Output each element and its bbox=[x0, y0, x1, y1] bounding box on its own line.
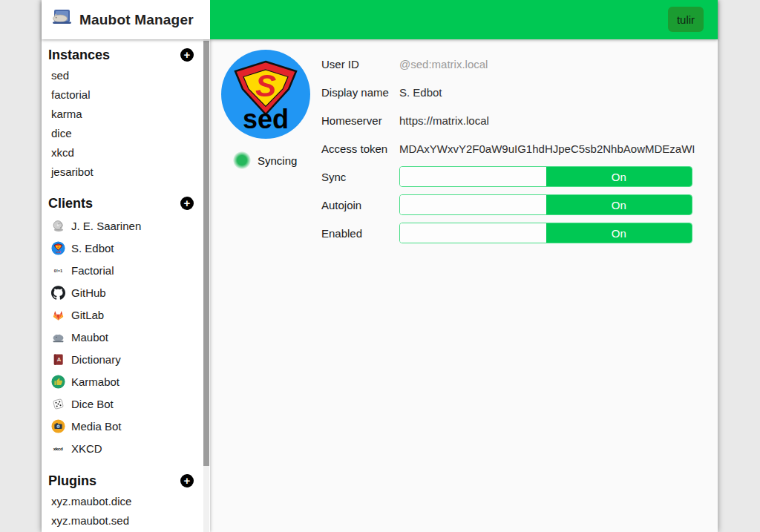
toggle-off-half[interactable] bbox=[400, 167, 546, 186]
plus-icon: + bbox=[184, 475, 191, 486]
sidebar-item-instance[interactable]: karma bbox=[48, 105, 210, 124]
sidebar-item-instance[interactable]: factorial bbox=[48, 85, 210, 105]
svg-text:A: A bbox=[56, 355, 61, 362]
client-detail-panel: S sed Syncing User ID @sed:matrix.local … bbox=[210, 39, 718, 532]
factorial-text-avatar-icon: 0!=1 bbox=[50, 263, 65, 278]
github-octocat-icon bbox=[50, 285, 65, 300]
toggle-row-autojoin: Autojoin On bbox=[321, 191, 718, 219]
sidebar-item-plugin[interactable]: xyz.maubot.sed bbox=[48, 511, 210, 531]
client-label: Dice Bot bbox=[71, 398, 114, 410]
client-label: J. E. Saarinen bbox=[71, 220, 141, 232]
toggle-off-half[interactable] bbox=[400, 195, 546, 214]
add-client-button[interactable]: + bbox=[180, 197, 194, 210]
svg-text:sed: sed bbox=[56, 251, 60, 254]
access-token-value[interactable]: MDAxYWxvY2F0aW9uIG1hdHJpeC5sb2NhbAowMDEz… bbox=[399, 142, 695, 155]
sidebar-item-client[interactable]: Karmabot bbox=[48, 370, 210, 393]
user-id-value: @sed:matrix.local bbox=[399, 58, 488, 70]
autojoin-toggle[interactable]: On bbox=[399, 194, 692, 215]
enabled-toggle[interactable]: On bbox=[399, 223, 692, 243]
client-label: GitHub bbox=[71, 286, 106, 299]
sidebar-section-plugins: Plugins + xyz.maubot.dice xyz.maubot.sed bbox=[48, 473, 210, 531]
status-label: Syncing bbox=[258, 154, 297, 167]
app-header: Maubot Manager tulir bbox=[42, 0, 718, 39]
dice-icon bbox=[50, 396, 65, 411]
user-menu-button[interactable]: tulir bbox=[668, 7, 704, 32]
sidebar-scrollbar[interactable] bbox=[203, 39, 209, 532]
plus-icon: + bbox=[184, 197, 191, 208]
app-window: Maubot Manager tulir Instances + sed fac… bbox=[42, 0, 718, 532]
camera-icon bbox=[50, 418, 65, 433]
client-label: GitLab bbox=[71, 309, 104, 321]
sidebar-item-client[interactable]: xkcd XKCD bbox=[48, 437, 210, 459]
sidebar-item-client[interactable]: GitHub bbox=[48, 281, 210, 303]
field-label: Display name bbox=[321, 86, 399, 99]
sidebar-item-instance[interactable]: sed bbox=[48, 66, 210, 85]
section-title-clients: Clients bbox=[48, 196, 93, 211]
field-label: Access token bbox=[321, 142, 399, 155]
toggle-on-half[interactable]: On bbox=[546, 195, 692, 214]
field-label: User ID bbox=[321, 58, 399, 70]
toggle-label: Sync bbox=[321, 171, 399, 183]
snail-avatar-icon bbox=[50, 218, 65, 233]
toggle-row-enabled: Enabled On bbox=[321, 219, 718, 247]
svg-text:S: S bbox=[56, 245, 59, 249]
toggle-label: Autojoin bbox=[321, 199, 399, 211]
client-label: XKCD bbox=[71, 442, 102, 455]
sync-toggle[interactable]: On bbox=[399, 166, 692, 187]
sidebar: Instances + sed factorial karma dice xkc… bbox=[42, 39, 210, 532]
maubot-cat-laptop-icon bbox=[50, 8, 73, 31]
section-title-plugins: Plugins bbox=[48, 473, 96, 489]
superman-shield-icon: S sed bbox=[221, 50, 310, 139]
svg-text:sed: sed bbox=[243, 104, 289, 134]
sidebar-item-client[interactable]: A Dictionary bbox=[48, 348, 210, 370]
client-label: Maubot bbox=[71, 331, 108, 344]
client-label: Karmabot bbox=[71, 375, 119, 388]
app-header-brand: Maubot Manager bbox=[42, 0, 210, 39]
field-row-user-id: User ID @sed:matrix.local bbox=[321, 50, 718, 78]
client-status: Syncing bbox=[233, 151, 297, 169]
toggle-on-half[interactable]: On bbox=[546, 167, 692, 186]
sidebar-item-client[interactable]: S sed S. Edbot bbox=[48, 237, 210, 259]
toggle-on-half[interactable]: On bbox=[546, 223, 692, 243]
green-status-dot-icon bbox=[233, 151, 251, 169]
client-avatar: S sed bbox=[221, 50, 310, 139]
plus-icon: + bbox=[184, 49, 191, 60]
client-label: Media Bot bbox=[71, 420, 122, 433]
field-row-homeserver: Homeserver https://matrix.local bbox=[321, 106, 718, 134]
sidebar-item-client[interactable]: 0!=1 Factorial bbox=[48, 259, 210, 281]
sidebar-item-plugin[interactable]: xyz.maubot.dice bbox=[48, 492, 210, 511]
sidebar-item-instance[interactable]: jesaribot bbox=[48, 162, 210, 182]
field-row-access-token: Access token MDAxYWxvY2F0aW9uIG1hdHJpeC5… bbox=[321, 134, 718, 162]
sidebar-item-client[interactable]: Dice Bot bbox=[48, 393, 210, 415]
sidebar-section-instances: Instances + sed factorial karma dice xkc… bbox=[48, 47, 210, 182]
field-label: Homeserver bbox=[321, 114, 399, 127]
thumbs-up-icon bbox=[50, 374, 65, 389]
homeserver-value[interactable]: https://matrix.local bbox=[399, 114, 489, 127]
dictionary-book-icon: A bbox=[50, 352, 65, 367]
client-label: Dictionary bbox=[71, 353, 121, 366]
maubot-cat-icon bbox=[50, 329, 65, 344]
display-name-value[interactable]: S. Edbot bbox=[399, 86, 442, 99]
superman-sed-avatar-icon: S sed bbox=[50, 240, 65, 255]
svg-text:S: S bbox=[255, 68, 276, 103]
sidebar-item-instance[interactable]: xkcd bbox=[48, 143, 210, 162]
client-detail-form: User ID @sed:matrix.local Display name S… bbox=[321, 50, 718, 247]
add-plugin-button[interactable]: + bbox=[180, 474, 194, 487]
toggle-label: Enabled bbox=[321, 227, 399, 240]
sidebar-item-client[interactable]: J. E. Saarinen bbox=[48, 214, 210, 237]
section-title-instances: Instances bbox=[48, 47, 110, 63]
sidebar-item-client[interactable]: GitLab bbox=[48, 303, 210, 326]
svg-text:xkcd: xkcd bbox=[53, 446, 63, 451]
sidebar-item-instance[interactable]: dice bbox=[48, 124, 210, 143]
gitlab-tanuki-icon bbox=[50, 307, 65, 322]
client-label: S. Edbot bbox=[71, 242, 114, 254]
xkcd-logo-icon: xkcd bbox=[50, 441, 65, 456]
sidebar-item-client[interactable]: Maubot bbox=[48, 326, 210, 348]
sidebar-item-client[interactable]: Media Bot bbox=[48, 415, 210, 437]
sidebar-scrollbar-thumb[interactable] bbox=[203, 41, 209, 466]
toggle-row-sync: Sync On bbox=[321, 162, 718, 191]
app-header-bar: tulir bbox=[210, 0, 718, 39]
add-instance-button[interactable]: + bbox=[180, 48, 194, 62]
toggle-off-half[interactable] bbox=[400, 223, 546, 243]
app-title: Maubot Manager bbox=[79, 12, 194, 28]
